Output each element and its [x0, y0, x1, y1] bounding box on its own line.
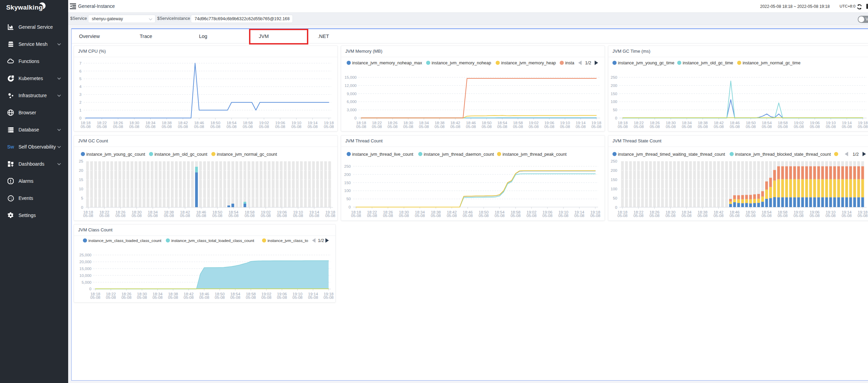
svg-text:05-08: 05-08 [466, 125, 476, 129]
svg-text:05-08: 05-08 [810, 125, 820, 129]
svg-text:05-08: 05-08 [293, 295, 302, 299]
svg-text:05-08: 05-08 [309, 214, 319, 218]
svg-text:05-08: 05-08 [698, 125, 708, 129]
svg-text:05-08: 05-08 [431, 214, 441, 218]
svg-text:05-08: 05-08 [372, 125, 382, 129]
svg-text:05-08: 05-08 [778, 125, 788, 129]
svg-text:05-08: 05-08 [180, 214, 190, 218]
svg-text:05-08: 05-08 [113, 125, 123, 129]
svg-text:05-08: 05-08 [230, 295, 240, 299]
svg-text:05-08: 05-08 [351, 214, 361, 218]
svg-text:instance_jvm_thread_live_count: instance_jvm_thread_live_count [352, 152, 413, 157]
svg-text:05-08: 05-08 [80, 125, 90, 129]
svg-text:instance_jvm_memory_heap: instance_jvm_memory_heap [501, 61, 556, 65]
svg-text:instance_jvm_class_loaded_clas: instance_jvm_class_loaded_class_count [88, 238, 162, 243]
svg-text:05-08: 05-08 [558, 214, 568, 218]
svg-text:1/2: 1/2 [853, 152, 859, 157]
svg-text:05-08: 05-08 [842, 214, 852, 218]
svg-text:05-08: 05-08 [730, 214, 740, 218]
svg-text:05-08: 05-08 [794, 125, 804, 129]
svg-text:05-08: 05-08 [194, 125, 204, 129]
svg-text:05-08: 05-08 [450, 125, 460, 129]
svg-text:15,000: 15,000 [345, 75, 357, 79]
svg-text:05-08: 05-08 [164, 214, 174, 218]
svg-text:05-08: 05-08 [560, 125, 570, 129]
svg-text:15,000: 15,000 [79, 267, 91, 271]
svg-text:0: 0 [355, 116, 357, 120]
svg-text:05-08: 05-08 [137, 295, 147, 299]
svg-text:05-08: 05-08 [226, 125, 236, 129]
svg-text:3: 3 [79, 92, 82, 97]
svg-text:05-08: 05-08 [129, 125, 139, 129]
svg-text:05-08: 05-08 [399, 214, 409, 218]
svg-text:05-08: 05-08 [308, 125, 318, 129]
svg-text:05-08: 05-08 [277, 214, 287, 218]
svg-text:05-08: 05-08 [666, 214, 675, 218]
svg-text:10,000: 10,000 [79, 273, 91, 278]
svg-text:05-08: 05-08 [842, 125, 852, 129]
svg-text:250: 250 [611, 75, 617, 79]
svg-text:instance_jvm_normal_gc_count: instance_jvm_normal_gc_count [217, 152, 277, 157]
svg-text:1: 1 [79, 108, 82, 112]
svg-text:20,000: 20,000 [79, 260, 91, 264]
svg-text:05-08: 05-08 [383, 214, 393, 218]
svg-text:0: 0 [615, 205, 617, 209]
svg-text:05-08: 05-08 [826, 125, 836, 129]
svg-text:05-08: 05-08 [746, 125, 756, 129]
svg-text:05-08: 05-08 [858, 125, 868, 129]
svg-text:instance_jvm_memory_noheap: instance_jvm_memory_noheap [432, 61, 491, 65]
svg-text:150: 150 [344, 181, 351, 185]
svg-text:05-08: 05-08 [132, 214, 141, 218]
svg-text:05-08: 05-08 [168, 295, 178, 299]
svg-text:05-08: 05-08 [697, 214, 707, 218]
svg-text:6,000: 6,000 [347, 100, 357, 104]
svg-text:05-08: 05-08 [210, 125, 220, 129]
svg-text:instance_jvm_class_to: instance_jvm_class_to [268, 238, 308, 243]
svg-text:05-08: 05-08 [324, 295, 334, 299]
svg-text:instance_jvm_class_total_loade: instance_jvm_class_total_loaded_class_co… [171, 238, 255, 243]
svg-text:05-08: 05-08 [633, 214, 643, 218]
svg-text:05-08: 05-08 [121, 295, 131, 299]
svg-text:05-08: 05-08 [730, 125, 740, 129]
svg-text:05-08: 05-08 [325, 214, 335, 218]
svg-text:05-08: 05-08 [97, 125, 107, 129]
svg-text:100: 100 [611, 100, 617, 104]
svg-text:05-08: 05-08 [617, 214, 627, 218]
svg-text:200: 200 [611, 84, 617, 88]
svg-text:instance_jvm_memory_noheap_max: instance_jvm_memory_noheap_max [352, 61, 422, 65]
svg-text:05-08: 05-08 [196, 214, 206, 218]
svg-text:05-08: 05-08 [529, 125, 538, 129]
svg-text:05-08: 05-08 [591, 125, 601, 129]
svg-text:05-08: 05-08 [714, 125, 724, 129]
svg-text:25: 25 [79, 159, 83, 163]
svg-text:05-08: 05-08 [590, 214, 600, 218]
svg-text:50: 50 [613, 196, 617, 200]
svg-text:instance_jvm_thread_timed_wait: instance_jvm_thread_timed_waiting_state_… [618, 152, 725, 157]
svg-text:150: 150 [611, 92, 617, 96]
svg-text:05-08: 05-08 [809, 214, 819, 218]
svg-text:05-08: 05-08 [148, 214, 158, 218]
svg-text:2: 2 [79, 100, 82, 104]
svg-text:05-08: 05-08 [447, 214, 457, 218]
svg-text:0: 0 [349, 205, 351, 209]
svg-text:05-08: 05-08 [649, 214, 659, 218]
svg-text:05-08: 05-08 [243, 125, 253, 129]
svg-text:05-08: 05-08 [261, 295, 271, 299]
svg-text:05-08: 05-08 [292, 125, 301, 129]
svg-text:05-08: 05-08 [510, 214, 520, 218]
svg-text:5: 5 [81, 196, 83, 200]
svg-text:12,000: 12,000 [345, 84, 357, 88]
svg-text:7: 7 [79, 61, 82, 65]
svg-text:05-08: 05-08 [419, 125, 429, 129]
svg-text:05-08: 05-08 [575, 125, 585, 129]
svg-text:05-08: 05-08 [261, 214, 271, 218]
svg-text:05-08: 05-08 [152, 295, 162, 299]
svg-text:05-08: 05-08 [324, 125, 334, 129]
svg-text:05-08: 05-08 [228, 214, 238, 218]
svg-text:05-08: 05-08 [106, 295, 116, 299]
svg-text:05-08: 05-08 [574, 214, 584, 218]
svg-text:05-08: 05-08 [308, 295, 318, 299]
svg-text:200: 200 [344, 173, 351, 177]
svg-text:05-08: 05-08 [618, 125, 628, 129]
svg-text:instance_jvm_young_gc_time: instance_jvm_young_gc_time [618, 61, 674, 65]
